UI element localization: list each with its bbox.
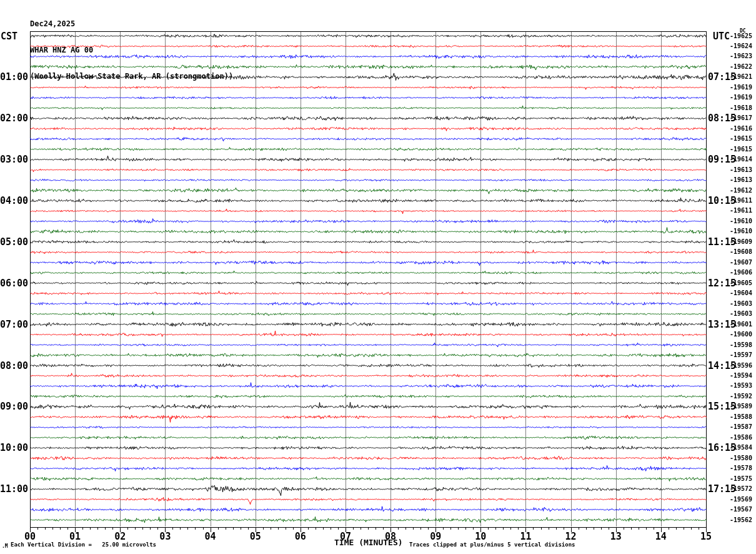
- dc-offset-value: -19597: [730, 351, 752, 358]
- x-tick-label: 01: [66, 531, 84, 542]
- dc-offset-value: -19578: [730, 465, 752, 471]
- title-block: Dec24,2025 WHAR HNZ AG 00 (Woolly Hollow…: [30, 2, 233, 98]
- dc-offset-value: -19611: [730, 207, 752, 214]
- dc-offset-value: -19617: [730, 114, 752, 121]
- title-date: Dec24,2025: [30, 19, 233, 28]
- dc-offset-value: -19613: [730, 166, 752, 173]
- dc-offset-value: -19603: [730, 300, 752, 307]
- dc-offset-value: -19606: [730, 269, 752, 276]
- x-tick-label: 12: [562, 531, 580, 542]
- dc-offset-value: -19622: [730, 63, 752, 70]
- dc-offset-value: -19612: [730, 187, 752, 194]
- x-tick-label: 13: [607, 531, 625, 542]
- x-tick-label: 10: [471, 531, 490, 542]
- x-tick-label: 03: [156, 531, 174, 542]
- x-tick-label: 02: [111, 531, 129, 542]
- dc-offset-value: -19605: [730, 280, 752, 286]
- dc-offset-value: -19588: [730, 413, 752, 420]
- dc-offset-value: -19610: [730, 228, 752, 234]
- dc-offset-value: -19611: [730, 197, 752, 204]
- dc-offset-value: -19600: [730, 331, 752, 338]
- dc-offset-value: -19613: [730, 176, 752, 183]
- clip-note: Traces clipped at plus/minus 5 vertical …: [409, 541, 575, 548]
- left-hour-label: 05:00: [0, 236, 27, 248]
- dc-offset-value: -19624: [730, 43, 752, 49]
- dc-offset-value: -19610: [730, 218, 752, 224]
- title-station: WHAR HNZ AG 00: [30, 46, 233, 54]
- dc-offset-value: -19609: [730, 238, 752, 245]
- left-hour-label: 09:00: [0, 401, 27, 412]
- dc-offset-value: -19584: [730, 444, 752, 451]
- x-tick-label: 11: [516, 531, 535, 542]
- dc-offset-value: -19580: [730, 455, 752, 461]
- right-timezone-label: UTC: [713, 31, 730, 42]
- dc-offset-value: -19596: [730, 362, 752, 369]
- title-location: (Woolly Hollow State Park, AR (strongmot…: [30, 72, 233, 81]
- dc-offset-value: -19607: [730, 259, 752, 266]
- left-hour-label: 02:00: [0, 113, 27, 124]
- x-tick-label: 14: [652, 531, 670, 542]
- dc-offset-value: -19625: [730, 33, 752, 39]
- left-hour-label: 10:00: [0, 442, 27, 453]
- dc-offset-value: -19619: [730, 84, 752, 91]
- dc-offset-value: -19615: [730, 146, 752, 153]
- dc-offset-value: -19603: [730, 310, 752, 317]
- dc-offset-value: -19598: [730, 341, 752, 348]
- dc-offset-value: -19618: [730, 104, 752, 111]
- dc-offset-value: -19567: [730, 506, 752, 513]
- dc-offset-value: -19593: [730, 382, 752, 389]
- dc-offset-value: -19604: [730, 290, 752, 296]
- dc-offset-value: -19615: [730, 135, 752, 142]
- dc-offset-value: -19587: [730, 423, 752, 430]
- dc-offset-value: -19608: [730, 248, 752, 255]
- x-tick-label: 05: [246, 531, 265, 542]
- corner-mark: .M: [2, 543, 8, 549]
- x-tick-label: 00: [21, 531, 39, 542]
- x-tick-label: 04: [201, 531, 220, 542]
- dc-offset-value: -19569: [730, 496, 752, 503]
- dc-offset-value: -19601: [730, 321, 752, 328]
- dc-offset-value: -19616: [730, 125, 752, 132]
- dc-offset-value: -19614: [730, 156, 752, 163]
- dc-offset-value: -19572: [730, 485, 752, 492]
- x-tick-label: 06: [291, 531, 310, 542]
- dc-offset-value: -19594: [730, 372, 752, 379]
- left-hour-label: 07:00: [0, 319, 27, 330]
- dc-offset-value: -19623: [730, 53, 752, 59]
- left-hour-label: 03:00: [0, 154, 27, 165]
- dc-offset-value: -19621: [730, 73, 752, 80]
- dc-offset-value: -19619: [730, 94, 752, 101]
- left-hour-label: 06:00: [0, 278, 27, 289]
- left-hour-label: 11:00: [0, 483, 27, 495]
- x-tick-label: 09: [426, 531, 445, 542]
- dc-offset-value: -19589: [730, 403, 752, 410]
- dc-offset-value: -19575: [730, 475, 752, 482]
- x-tick-label: 15: [697, 531, 715, 542]
- left-timezone-label: CST: [1, 31, 17, 42]
- dc-offset-value: -19592: [730, 393, 752, 400]
- helicorder-page: Dec24,2025 WHAR HNZ AG 00 (Woolly Hollow…: [0, 0, 756, 554]
- dc-offset-value: -19562: [730, 516, 752, 523]
- left-hour-label: 04:00: [0, 195, 27, 206]
- left-hour-label: 08:00: [0, 360, 27, 371]
- x-axis-title: TIME (MINUTES): [334, 538, 403, 547]
- dc-offset-value: -19586: [730, 434, 752, 441]
- left-hour-label: 01:00: [0, 71, 27, 83]
- scale-note: Each Vertical Division = 25.00 microvolt…: [11, 541, 156, 548]
